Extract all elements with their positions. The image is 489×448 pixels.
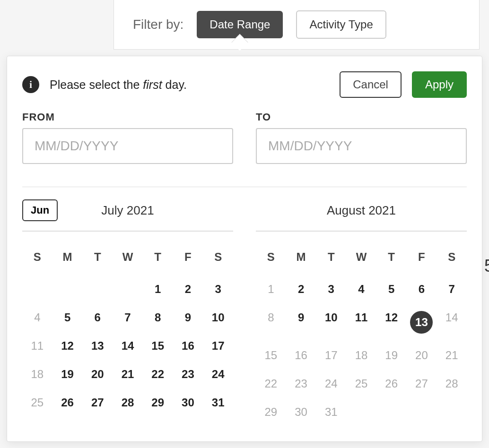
- from-input[interactable]: [22, 128, 233, 164]
- calendar-day[interactable]: 14: [113, 332, 143, 360]
- info-group: i Please select the first day.: [22, 76, 187, 93]
- calendar-day[interactable]: 19: [376, 341, 407, 370]
- date-range-popover: i Please select the first day. Cancel Ap…: [7, 56, 482, 442]
- day-of-week: T: [316, 245, 346, 275]
- calendar-day[interactable]: 22: [256, 370, 286, 398]
- calendar-day[interactable]: 28: [437, 370, 467, 398]
- calendar-day[interactable]: 25: [346, 370, 376, 398]
- info-text: Please select the first day.: [50, 78, 187, 92]
- calendar-day[interactable]: 5: [52, 303, 83, 332]
- calendar-day[interactable]: 2: [173, 275, 203, 303]
- calendar-day[interactable]: 2: [286, 275, 316, 303]
- calendar-day[interactable]: 18: [22, 360, 52, 388]
- calendar-day[interactable]: 23: [173, 360, 203, 388]
- calendar-day[interactable]: 7: [113, 303, 143, 332]
- calendar-day[interactable]: 8: [143, 303, 173, 332]
- date-inputs: FROM TO: [22, 111, 467, 164]
- filter-label: Filter by:: [133, 17, 183, 32]
- calendar-right: August 2021 SMTWTFS123456789101112131415…: [256, 198, 467, 426]
- info-prefix: Please select the: [50, 78, 143, 91]
- day-of-week: F: [173, 245, 203, 275]
- calendar-day[interactable]: 1: [143, 275, 173, 303]
- calendar-day[interactable]: 15: [256, 341, 286, 370]
- day-of-week: M: [286, 245, 316, 275]
- calendar-day[interactable]: 14: [437, 303, 467, 341]
- calendar-day[interactable]: 17: [203, 332, 233, 360]
- calendar-day[interactable]: 30: [173, 388, 203, 417]
- calendar-day[interactable]: 26: [52, 388, 83, 417]
- day-of-week: W: [346, 245, 376, 275]
- button-group: Cancel Apply: [340, 71, 467, 98]
- day-of-week: F: [407, 245, 437, 275]
- calendar-day[interactable]: 17: [316, 341, 346, 370]
- calendar-empty: [113, 275, 143, 303]
- calendar-day[interactable]: 22: [143, 360, 173, 388]
- calendar-day[interactable]: 13: [407, 303, 437, 341]
- calendar-day[interactable]: 29: [256, 398, 286, 426]
- day-of-week: T: [82, 245, 113, 275]
- calendar-day[interactable]: 6: [82, 303, 113, 332]
- calendar-empty: [82, 275, 113, 303]
- cal-header-left: Jun July 2021: [22, 198, 233, 222]
- calendar-day[interactable]: 15: [143, 332, 173, 360]
- calendar-day[interactable]: 6: [407, 275, 437, 303]
- calendar-day[interactable]: 27: [407, 370, 437, 398]
- calendar-day[interactable]: 30: [286, 398, 316, 426]
- calendar-day[interactable]: 18: [346, 341, 376, 370]
- calendar-day[interactable]: 31: [316, 398, 346, 426]
- apply-button[interactable]: Apply: [412, 71, 467, 98]
- calendar-day[interactable]: 12: [376, 303, 407, 341]
- calendar-day[interactable]: 7: [437, 275, 467, 303]
- calendar-day[interactable]: 31: [203, 388, 233, 417]
- to-input[interactable]: [256, 128, 467, 164]
- calendar-day[interactable]: 9: [173, 303, 203, 332]
- calendar-day[interactable]: 16: [173, 332, 203, 360]
- calendar-day[interactable]: 5: [376, 275, 407, 303]
- calendar-day[interactable]: 27: [82, 388, 113, 417]
- calendar-day[interactable]: 10: [316, 303, 346, 341]
- calendar-day[interactable]: 1: [256, 275, 286, 303]
- day-of-week: S: [22, 245, 52, 275]
- calendar-day[interactable]: 10: [203, 303, 233, 332]
- calendar-day[interactable]: 20: [407, 341, 437, 370]
- filter-activity-type[interactable]: Activity Type: [296, 10, 386, 39]
- filter-bar: Filter by: Date Range Activity Type: [114, 0, 480, 50]
- calendar-day[interactable]: 12: [52, 332, 83, 360]
- calendar-day[interactable]: 21: [437, 341, 467, 370]
- day-of-week: S: [203, 245, 233, 275]
- calendar-day[interactable]: 8: [256, 303, 286, 341]
- calendar-day[interactable]: 21: [113, 360, 143, 388]
- calendar-day[interactable]: 3: [316, 275, 346, 303]
- cal-header-right: August 2021: [256, 198, 467, 222]
- day-of-week: W: [113, 245, 143, 275]
- calendar-day[interactable]: 9: [286, 303, 316, 341]
- prev-month-button[interactable]: Jun: [22, 199, 58, 221]
- calendar-day[interactable]: 24: [316, 370, 346, 398]
- calendar-day[interactable]: 26: [376, 370, 407, 398]
- divider: [22, 187, 467, 187]
- cal-divider-right: [256, 231, 467, 232]
- cancel-button[interactable]: Cancel: [340, 71, 402, 98]
- background-peek: 5: [484, 256, 489, 276]
- calendar-day[interactable]: 20: [82, 360, 113, 388]
- info-icon: i: [22, 76, 39, 93]
- calendar-day[interactable]: 4: [22, 303, 52, 332]
- calendar-left: Jun July 2021 SMTWTFS1234567891011121314…: [22, 198, 233, 426]
- calendar-day[interactable]: 11: [22, 332, 52, 360]
- calendar-day[interactable]: 4: [346, 275, 376, 303]
- info-suffix: day.: [162, 78, 187, 91]
- calendar-day[interactable]: 28: [113, 388, 143, 417]
- calendar-day[interactable]: 29: [143, 388, 173, 417]
- calendar-day[interactable]: 24: [203, 360, 233, 388]
- calendar-day[interactable]: 13: [82, 332, 113, 360]
- calendar-day[interactable]: 25: [22, 388, 52, 417]
- filter-date-range[interactable]: Date Range: [197, 11, 283, 38]
- calendar-day[interactable]: 19: [52, 360, 83, 388]
- calendar-day[interactable]: 23: [286, 370, 316, 398]
- calendar-day[interactable]: 3: [203, 275, 233, 303]
- day-of-week: T: [376, 245, 407, 275]
- calendar-day[interactable]: 11: [346, 303, 376, 341]
- calendar-day[interactable]: 16: [286, 341, 316, 370]
- cal-divider-left: [22, 231, 233, 232]
- month-title-right: August 2021: [256, 203, 467, 218]
